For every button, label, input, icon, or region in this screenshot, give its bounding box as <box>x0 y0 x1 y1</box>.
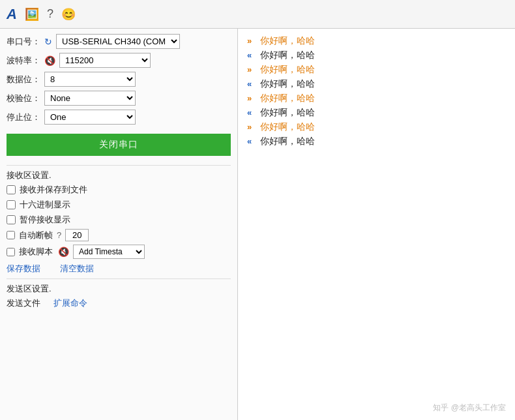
hex-display-row: 十六进制显示 <box>7 199 231 211</box>
hex-display-label: 十六进制显示 <box>20 199 70 211</box>
autoframe-label: 自动断帧 <box>19 230 53 241</box>
message-arrow-7: « <box>247 136 256 146</box>
left-panel: 串口号： ↻ USB-SERIAL CH340 (COM 波特率： 🔇 1152… <box>0 29 238 420</box>
extend-cmd-link[interactable]: 扩展命令 <box>53 297 87 309</box>
save-data-link[interactable]: 保存数据 <box>7 263 40 275</box>
baud-select[interactable]: 115200 57600 38400 19200 9600 <box>59 53 151 68</box>
help-icon[interactable]: ? <box>47 7 53 21</box>
save-to-file-label: 接收并保存到文件 <box>20 184 87 196</box>
message-text-3: 你好啊，哈哈 <box>260 78 315 90</box>
baud-row: 波特率： 🔇 115200 57600 38400 19200 9600 <box>7 53 231 68</box>
script-row: 接收脚本 🔇 Add Timesta <box>7 245 231 259</box>
right-panel: »你好啊，哈哈«你好啊，哈哈»你好啊，哈哈«你好啊，哈哈»你好啊，哈哈«你好啊，… <box>238 29 515 420</box>
save-to-file-checkbox[interactable] <box>7 185 16 194</box>
port-row: 串口号： ↻ USB-SERIAL CH340 (COM <box>7 34 231 49</box>
script-label: 接收脚本 <box>19 246 53 258</box>
baud-label: 波特率： <box>7 55 40 67</box>
autoframe-help-icon[interactable]: ? <box>57 230 61 240</box>
port-label: 串口号： <box>7 36 40 48</box>
main-layout: 串口号： ↻ USB-SERIAL CH340 (COM 波特率： 🔇 1152… <box>0 29 515 420</box>
send-section-header: 发送区设置. <box>7 283 231 295</box>
pause-recv-checkbox[interactable] <box>7 215 16 224</box>
message-text-7: 你好啊，哈哈 <box>260 136 315 147</box>
message-text-2: 你好啊，哈哈 <box>260 64 315 76</box>
message-line-3: «你好啊，哈哈 <box>247 78 506 90</box>
font-icon[interactable]: A <box>7 6 17 23</box>
data-bits-select[interactable]: 8 7 6 5 <box>44 72 136 87</box>
parity-row: 校验位： None Odd Even Mark Space <box>7 91 231 106</box>
message-text-5: 你好啊，哈哈 <box>260 107 315 119</box>
script-mute-icon: 🔇 <box>58 247 69 257</box>
message-text-0: 你好啊，哈哈 <box>260 35 315 47</box>
divider-1 <box>7 165 231 166</box>
message-line-0: »你好啊，哈哈 <box>247 35 506 47</box>
message-arrow-2: » <box>247 65 256 74</box>
message-line-1: «你好啊，哈哈 <box>247 50 506 61</box>
divider-2 <box>7 278 231 279</box>
toolbar: A 🖼️ ? 😊 <box>0 0 515 29</box>
autoframe-checkbox[interactable] <box>7 231 15 239</box>
close-port-button[interactable]: 关闭串口 <box>7 134 231 156</box>
pause-recv-row: 暂停接收显示 <box>7 214 231 226</box>
message-line-4: »你好啊，哈哈 <box>247 93 506 104</box>
message-list: »你好啊，哈哈«你好啊，哈哈»你好啊，哈哈«你好啊，哈哈»你好啊，哈哈«你好啊，… <box>247 35 506 147</box>
data-bits-row: 数据位： 8 7 6 5 <box>7 72 231 87</box>
parity-select[interactable]: None Odd Even Mark Space <box>44 91 136 106</box>
message-line-6: »你好啊，哈哈 <box>247 121 506 133</box>
message-line-5: «你好啊，哈哈 <box>247 107 506 119</box>
message-arrow-5: « <box>247 108 256 117</box>
autoframe-row: 自动断帧 ? 20 <box>7 229 231 241</box>
watermark: 知乎 @老高头工作室 <box>433 402 506 413</box>
send-file-row: 发送文件 扩展命令 <box>7 297 231 309</box>
autoframe-input[interactable]: 20 <box>65 229 89 241</box>
message-arrow-3: « <box>247 79 256 89</box>
mute-icon: 🔇 <box>44 55 55 66</box>
stop-bits-label: 停止位： <box>7 112 40 123</box>
image-icon[interactable]: 🖼️ <box>25 7 39 22</box>
send-file-label: 发送文件 <box>7 297 40 309</box>
emoji-icon[interactable]: 😊 <box>61 7 76 22</box>
script-checkbox[interactable] <box>7 248 15 256</box>
message-arrow-4: » <box>247 93 256 103</box>
stop-bits-select[interactable]: One Two <box>44 110 136 125</box>
message-text-6: 你好啊，哈哈 <box>260 121 315 133</box>
script-select[interactable]: Add Timesta <box>73 245 145 259</box>
hex-display-checkbox[interactable] <box>7 200 16 209</box>
port-select[interactable]: USB-SERIAL CH340 (COM <box>56 34 180 49</box>
recv-section-header: 接收区设置. <box>7 170 231 181</box>
parity-label: 校验位： <box>7 93 40 104</box>
message-line-2: »你好啊，哈哈 <box>247 64 506 76</box>
message-line-7: «你好啊，哈哈 <box>247 136 506 147</box>
message-arrow-6: » <box>247 122 256 132</box>
message-text-1: 你好啊，哈哈 <box>260 50 315 61</box>
refresh-icon[interactable]: ↻ <box>44 37 52 47</box>
message-text-4: 你好啊，哈哈 <box>260 93 315 104</box>
clear-data-link[interactable]: 清空数据 <box>60 263 94 275</box>
data-links-row: 保存数据 清空数据 <box>7 263 231 275</box>
stop-bits-row: 停止位： One Two <box>7 110 231 125</box>
message-arrow-0: » <box>247 36 256 46</box>
message-arrow-1: « <box>247 50 256 60</box>
data-bits-label: 数据位： <box>7 74 40 85</box>
save-to-file-row: 接收并保存到文件 <box>7 184 231 196</box>
pause-recv-label: 暂停接收显示 <box>20 214 70 226</box>
